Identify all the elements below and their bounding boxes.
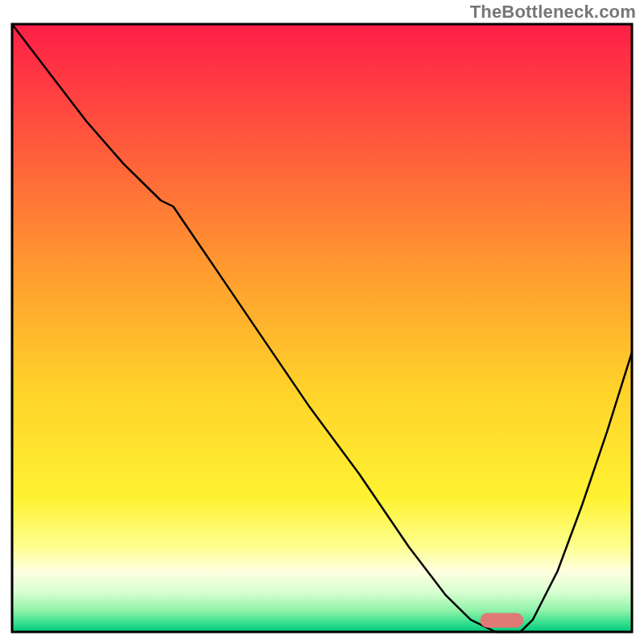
gradient-background	[12, 24, 632, 632]
optimal-marker	[480, 613, 523, 628]
chart-stage: TheBottleneck.com	[0, 0, 644, 644]
bottleneck-chart	[0, 0, 644, 644]
